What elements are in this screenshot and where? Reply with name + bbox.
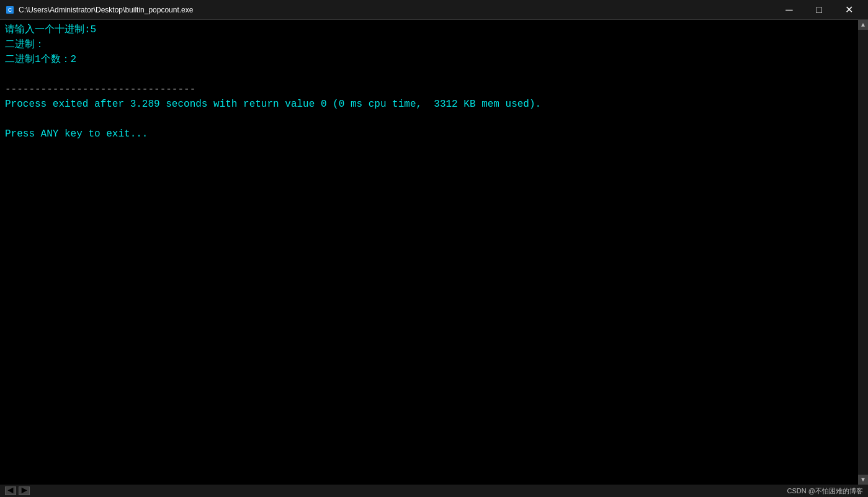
window-title: C:\Users\Administrator\Desktop\builtin_p… bbox=[19, 6, 193, 14]
scrollbar-track bbox=[858, 30, 868, 475]
console-line-1: 请输入一个十进制:5 bbox=[5, 22, 863, 37]
title-bar: C C:\Users\Administrator\Desktop\builtin… bbox=[0, 0, 868, 20]
console-line-6: Process exited after 3.289 seconds with … bbox=[5, 97, 863, 112]
status-bar-left: ◄ ► bbox=[5, 486, 30, 495]
console-line-7 bbox=[5, 112, 863, 127]
vertical-scrollbar[interactable]: ▲ ▼ bbox=[858, 20, 868, 485]
scroll-left-button[interactable]: ◄ bbox=[5, 486, 16, 495]
console-line-4 bbox=[5, 67, 863, 82]
console-line-8: Press ANY key to exit... bbox=[5, 127, 863, 141]
scroll-right-button[interactable]: ► bbox=[19, 486, 30, 495]
title-bar-left: C C:\Users\Administrator\Desktop\builtin… bbox=[5, 5, 193, 15]
maximize-button[interactable]: □ bbox=[805, 0, 833, 20]
close-button[interactable]: ✕ bbox=[834, 0, 863, 20]
app-icon: C bbox=[5, 5, 15, 15]
watermark-text: CSDN @不怕困难的博客 bbox=[787, 486, 863, 496]
scroll-down-arrow[interactable]: ▼ bbox=[858, 475, 868, 485]
console-line-2: 二进制： bbox=[5, 37, 863, 52]
scroll-up-arrow[interactable]: ▲ bbox=[858, 20, 868, 30]
svg-text:C: C bbox=[8, 7, 12, 13]
console-line-3: 二进制1个数：2 bbox=[5, 52, 863, 67]
status-bar: ◄ ► CSDN @不怕困难的博客 bbox=[0, 485, 868, 497]
minimize-button[interactable]: ─ bbox=[775, 0, 803, 20]
console-line-5: -------------------------------- bbox=[5, 82, 863, 97]
console-area: 请输入一个十进制:5 二进制： 二进制1个数：2 ---------------… bbox=[0, 20, 868, 485]
title-bar-controls: ─ □ ✕ bbox=[775, 0, 863, 20]
